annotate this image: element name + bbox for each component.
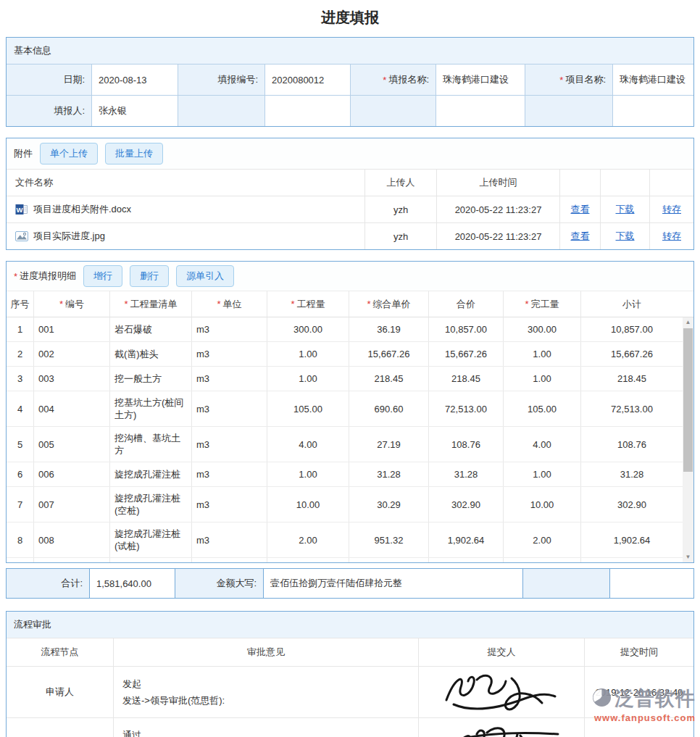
table-row: 7 007 旋挖成孔灌注桩(空桩) m3 10.00 30.29 302.90 … — [7, 486, 693, 522]
item-cell[interactable]: 旋挖成孔灌注桩 — [109, 462, 191, 486]
qty-cell[interactable]: 4.00 — [267, 427, 349, 462]
vertical-scrollbar[interactable]: ▲ ▼ — [683, 317, 693, 562]
item-cell[interactable]: 截(凿)桩头 — [109, 342, 191, 366]
node-cell: 申请人 — [7, 667, 113, 717]
file-name[interactable]: 项目实际进度.jpg — [33, 230, 105, 243]
delete-row-button[interactable]: 删行 — [130, 265, 169, 287]
attachment-row: 项目实际进度.jpg yzh 2020-05-22 11:23:27 查看 下载… — [7, 222, 693, 249]
code-cell[interactable]: 004 — [33, 391, 109, 426]
row-no: 2 — [7, 342, 33, 366]
unit-cell[interactable]: m3 — [191, 391, 267, 426]
batch-upload-button[interactable]: 批量上传 — [105, 143, 163, 165]
reporter-label: 填报人: — [7, 95, 91, 126]
date-field[interactable]: 2020-08-13 — [91, 64, 178, 95]
row-no: 4 — [7, 391, 33, 426]
code-cell[interactable]: 006 — [33, 462, 109, 486]
project-name-field[interactable]: 珠海鹤港口建设 — [612, 64, 693, 95]
unit-cell[interactable]: m3 — [191, 317, 267, 341]
subtotal-cell: 31.28 — [580, 462, 683, 486]
report-name-field[interactable]: 珠海鹤港口建设 — [436, 64, 525, 95]
download-link[interactable]: 下载 — [616, 230, 635, 243]
code-cell[interactable]: 003 — [33, 367, 109, 391]
price-cell[interactable]: 36.19 — [349, 317, 428, 341]
price-cell[interactable]: 31.28 — [349, 462, 428, 486]
qty-cell[interactable]: 300.00 — [267, 317, 349, 341]
unit-cell[interactable]: m3 — [191, 342, 267, 366]
file-uploader: yzh — [364, 222, 436, 249]
report-no-field[interactable]: 2020080012 — [264, 64, 350, 95]
transfer-link[interactable]: 转存 — [662, 230, 681, 243]
download-link[interactable]: 下载 — [616, 203, 635, 216]
row-no: 5 — [7, 427, 33, 462]
price-cell[interactable]: 690.60 — [349, 391, 428, 426]
code-cell[interactable]: 008 — [33, 522, 109, 557]
reporter-field[interactable]: 张永银 — [91, 95, 178, 126]
submitter-header: 提交人 — [418, 638, 584, 666]
price-cell[interactable]: 27.19 — [349, 427, 428, 462]
price-cell[interactable]: 15,667.26 — [349, 342, 428, 366]
total-cell: 31.28 — [428, 462, 503, 486]
code-cell[interactable]: 007 — [33, 487, 109, 522]
item-cell[interactable]: 旋挖成孔灌注桩(试桩) — [109, 522, 191, 557]
unit-cell[interactable]: m3 — [191, 427, 267, 462]
table-row: 8 008 旋挖成孔灌注桩(试桩) m3 2.00 951.32 1,902.6… — [7, 522, 693, 557]
page-title: 进度填报 — [0, 0, 700, 37]
done-cell[interactable]: 4.00 — [503, 427, 580, 462]
item-cell[interactable]: 挖基坑土方(桩间土方) — [109, 391, 191, 426]
single-upload-button[interactable]: 单个上传 — [40, 143, 98, 165]
code-cell[interactable]: 001 — [33, 317, 109, 341]
price-cell[interactable]: 218.45 — [349, 367, 428, 391]
code-cell[interactable]: 005 — [33, 427, 109, 462]
code-cell[interactable]: 002 — [33, 342, 109, 366]
unit-cell[interactable]: m3 — [191, 522, 267, 557]
vendor-watermark: 泛普软件 www.fanpusoft.com — [592, 686, 696, 723]
price-cell[interactable]: 30.29 — [349, 487, 428, 522]
transfer-link[interactable]: 转存 — [662, 203, 681, 216]
item-cell[interactable]: 旋挖成孔灌注桩(空桩) — [109, 487, 191, 522]
source-import-button[interactable]: 源单引入 — [176, 265, 234, 287]
date-label: 日期: — [7, 64, 91, 95]
done-cell[interactable]: 105.00 — [503, 391, 580, 426]
done-cell[interactable]: 2.00 — [503, 522, 580, 557]
detail-section-label: 进度填报明细 — [20, 270, 76, 283]
unit-cell[interactable]: m3 — [191, 367, 267, 391]
add-row-button[interactable]: 增行 — [83, 265, 122, 287]
qty-cell[interactable]: 10.00 — [267, 487, 349, 522]
scroll-up-icon[interactable]: ▲ — [683, 317, 693, 328]
qty-cell[interactable]: 105.00 — [267, 391, 349, 426]
item-cell[interactable]: 岩石爆破 — [109, 317, 191, 341]
empty-value-cell — [264, 95, 350, 126]
total-cell: 10,857.00 — [428, 317, 503, 341]
qty-cell[interactable]: 2.00 — [267, 522, 349, 557]
qty-cell[interactable]: 1.00 — [267, 367, 349, 391]
view-link[interactable]: 查看 — [571, 203, 590, 216]
uploader-header: 上传人 — [364, 169, 436, 196]
scrollbar-thumb[interactable] — [683, 328, 693, 472]
item-cell[interactable]: 挖一般土方 — [109, 367, 191, 391]
detail-table-header: 序号 *编号 *工程量清单 *单位 *工程量 *综合单价 合价 *完工量 小计 — [7, 291, 693, 317]
table-row: 6 006 旋挖成孔灌注桩 m3 1.00 31.28 31.28 1.00 3… — [7, 462, 693, 486]
view-link[interactable]: 查看 — [571, 230, 590, 243]
attachments-table-header: 文件名称 上传人 上传时间 — [7, 169, 693, 196]
qty-cell[interactable]: 1.00 — [267, 462, 349, 486]
price-cell[interactable]: 951.32 — [349, 522, 428, 557]
signature-image — [418, 667, 584, 717]
unit-cell[interactable]: m3 — [191, 462, 267, 486]
unit-cell[interactable]: m3 — [191, 487, 267, 522]
col-header-no: 序号 — [7, 291, 33, 317]
row-no: 3 — [7, 367, 33, 391]
file-name[interactable]: 项目进度相关附件.docx — [33, 203, 131, 216]
done-cell[interactable]: 10.00 — [503, 487, 580, 522]
qty-cell[interactable]: 1.00 — [267, 342, 349, 366]
total-cell: 108.76 — [428, 427, 503, 462]
col-header-item: *工程量清单 — [109, 291, 191, 317]
subtotal-cell: 15,667.26 — [580, 342, 683, 366]
done-cell[interactable]: 1.00 — [503, 462, 580, 486]
done-cell[interactable]: 300.00 — [503, 317, 580, 341]
item-cell[interactable]: 挖沟槽、基坑土方 — [109, 427, 191, 462]
done-cell[interactable]: 1.00 — [503, 367, 580, 391]
done-cell[interactable]: 1.00 — [503, 342, 580, 366]
col-header-qty: *工程量 — [267, 291, 349, 317]
scroll-down-icon[interactable]: ▼ — [683, 552, 693, 562]
project-name-label: *项目名称: — [525, 64, 612, 95]
